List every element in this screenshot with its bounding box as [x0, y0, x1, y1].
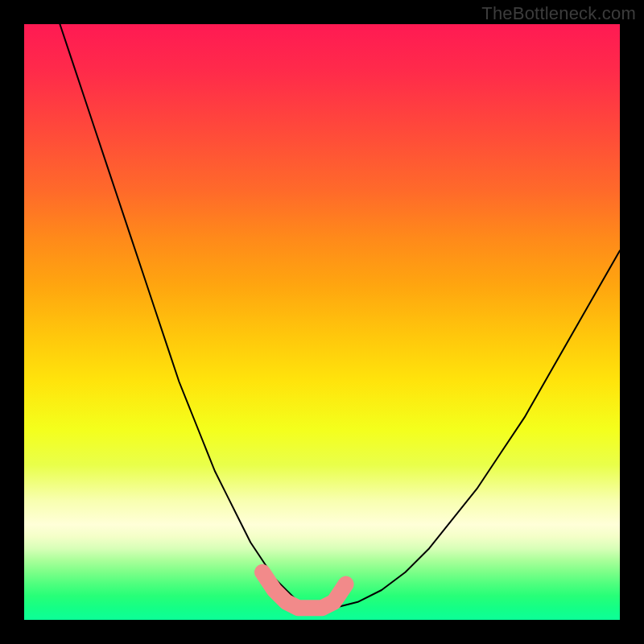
watermark-text: TheBottleneck.com	[481, 3, 636, 24]
bottleneck-curve	[60, 24, 620, 608]
optimal-band-marker	[262, 572, 346, 608]
chart-svg	[24, 24, 620, 620]
chart-frame: TheBottleneck.com	[0, 0, 644, 644]
plot-area	[24, 24, 620, 620]
